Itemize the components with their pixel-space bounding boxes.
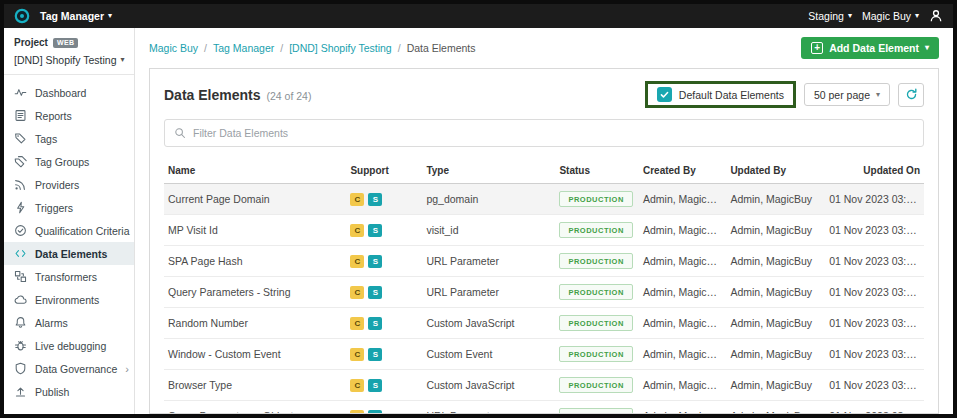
data-governance-icon <box>14 362 27 375</box>
cell-support: CS <box>346 277 422 308</box>
page-title: Data Elements (24 of 24) <box>164 87 311 103</box>
filter-search-box <box>164 119 924 147</box>
cell-type: URL Parameter <box>422 246 555 277</box>
chevron-down-icon: ▾ <box>876 91 880 99</box>
sidebar-item-providers[interactable]: Providers <box>4 173 134 196</box>
sidebar-item-label: Tags <box>35 133 57 145</box>
sidebar-item-label: Reports <box>35 110 72 122</box>
project-type-badge: WEB <box>53 38 79 48</box>
cell-created-by: Admin, MagicBuy <box>639 339 726 370</box>
table-header-row: NameSupportTypeStatusCreated ByUpdated B… <box>164 159 924 184</box>
sidebar-item-data-governance[interactable]: Data Governance› <box>4 357 134 380</box>
tag-groups-icon <box>14 155 27 168</box>
sidebar-item-label: Alarms <box>35 317 68 329</box>
table-row[interactable]: MP Visit Id CS visit_id PRODUCTION Admin… <box>164 215 924 246</box>
sidebar-nav: DashboardReportsTagsTag GroupsProvidersT… <box>4 75 134 403</box>
sidebar-item-dashboard[interactable]: Dashboard <box>4 81 134 104</box>
user-profile-icon[interactable] <box>929 9 943 23</box>
cell-updated-by: Admin, MagicBuy <box>726 308 825 339</box>
status-badge: PRODUCTION <box>559 346 632 362</box>
sidebar-item-label: Live debugging <box>35 340 106 352</box>
cell-updated-on: 01 Nov 2023 03:11 AM <box>825 339 924 370</box>
sidebar-item-live-debugging[interactable]: Live debugging <box>4 334 134 357</box>
sidebar-item-reports[interactable]: Reports <box>4 104 134 127</box>
cell-updated-by: Admin, MagicBuy <box>726 246 825 277</box>
client-support-badge: C <box>350 255 364 268</box>
account-selector[interactable]: Magic Buy ▾ <box>862 10 919 22</box>
dashboard-icon <box>14 86 27 99</box>
server-support-badge: S <box>368 410 382 414</box>
column-header-name: Name <box>164 159 346 184</box>
cell-updated-by: Admin, MagicBuy <box>726 370 825 401</box>
column-header-created-by: Created By <box>639 159 726 184</box>
table-row[interactable]: SPA Page Hash CS URL Parameter PRODUCTIO… <box>164 246 924 277</box>
sidebar-item-qualification-criteria[interactable]: Qualification Criteria <box>4 219 134 242</box>
app-menu-button[interactable]: Tag Manager ▾ <box>40 10 112 22</box>
per-page-select[interactable]: 50 per page ▾ <box>804 83 890 106</box>
environments-icon <box>14 293 27 306</box>
breadcrumb-item-data-elements: Data Elements <box>407 42 476 54</box>
column-header-type: Type <box>422 159 555 184</box>
cell-updated-by: Admin, MagicBuy <box>726 339 825 370</box>
record-count: (24 of 24) <box>266 90 311 102</box>
app-window: Tag Manager ▾ Staging ▾ Magic Buy ▾ Proj… <box>0 0 957 418</box>
project-selector[interactable]: [DND] Shopify Testing ▾ <box>14 54 124 66</box>
cell-created-by: Admin, MagicBuy <box>639 246 726 277</box>
cell-updated-by: Admin, MagicBuy <box>726 184 825 215</box>
sidebar-item-data-elements[interactable]: Data Elements <box>4 242 134 265</box>
default-data-elements-label: Default Data Elements <box>679 89 784 101</box>
cell-updated-by: Admin, MagicBuy <box>726 401 825 415</box>
project-block: Project WEB [DND] Shopify Testing ▾ <box>4 28 134 75</box>
qualification-criteria-icon <box>14 224 27 237</box>
table-row[interactable]: Current Page Domain CS pg_domain PRODUCT… <box>164 184 924 215</box>
breadcrumb-item-magic-buy[interactable]: Magic Buy <box>149 42 198 54</box>
cell-status: PRODUCTION <box>555 370 639 401</box>
table-row[interactable]: Query Parameters - String CS URL Paramet… <box>164 277 924 308</box>
sidebar-item-label: Transformers <box>35 271 97 283</box>
sidebar-item-publish[interactable]: Publish <box>4 380 134 403</box>
status-badge: PRODUCTION <box>559 222 632 238</box>
sidebar-item-label: Qualification Criteria <box>35 225 130 237</box>
cell-status: PRODUCTION <box>555 184 639 215</box>
default-data-elements-checkbox[interactable] <box>657 87 672 102</box>
sidebar-item-transformers[interactable]: Transformers <box>4 265 134 288</box>
status-badge: PRODUCTION <box>559 408 632 414</box>
add-data-element-button[interactable]: + Add Data Element ▾ <box>801 37 939 59</box>
breadcrumb-separator: / <box>280 42 283 54</box>
sidebar-item-tag-groups[interactable]: Tag Groups <box>4 150 134 173</box>
server-support-badge: S <box>368 224 382 237</box>
cell-created-by: Admin, MagicBuy <box>639 401 726 415</box>
client-support-badge: C <box>350 224 364 237</box>
table-row[interactable]: Query Parameters - Object CS URL Paramet… <box>164 401 924 415</box>
client-support-badge: C <box>350 410 364 414</box>
sidebar-item-triggers[interactable]: Triggers <box>4 196 134 219</box>
table-row[interactable]: Random Number CS Custom JavaScript PRODU… <box>164 308 924 339</box>
cell-type: Custom JavaScript <box>422 370 555 401</box>
cell-name: SPA Page Hash <box>164 246 346 277</box>
main-content: Magic Buy/Tag Manager/[DND] Shopify Test… <box>135 28 953 414</box>
cell-updated-on: 01 Nov 2023 03:11 AM <box>825 370 924 401</box>
refresh-button[interactable] <box>898 83 924 107</box>
sidebar-item-label: Dashboard <box>35 87 86 99</box>
cell-support: CS <box>346 339 422 370</box>
filter-search-input[interactable] <box>193 127 914 139</box>
sidebar-item-label: Data Elements <box>35 248 107 260</box>
breadcrumb-item-tag-manager[interactable]: Tag Manager <box>213 42 274 54</box>
providers-icon <box>14 178 27 191</box>
cell-type: visit_id <box>422 215 555 246</box>
table-row[interactable]: Window - Custom Event CS Custom Event PR… <box>164 339 924 370</box>
breadcrumb-item-dnd-shopify-testing[interactable]: [DND] Shopify Testing <box>289 42 392 54</box>
environment-selector[interactable]: Staging ▾ <box>808 10 852 22</box>
sidebar-item-alarms[interactable]: Alarms <box>4 311 134 334</box>
cell-status: PRODUCTION <box>555 277 639 308</box>
cell-updated-by: Admin, MagicBuy <box>726 277 825 308</box>
status-badge: PRODUCTION <box>559 377 632 393</box>
column-header-updated-on: Updated On <box>825 159 924 184</box>
cell-type: URL Parameter <box>422 277 555 308</box>
cell-updated-on: 01 Nov 2023 03:11 AM <box>825 308 924 339</box>
sidebar-item-tags[interactable]: Tags <box>4 127 134 150</box>
table-row[interactable]: Browser Type CS Custom JavaScript PRODUC… <box>164 370 924 401</box>
server-support-badge: S <box>368 193 382 206</box>
cell-name: MP Visit Id <box>164 215 346 246</box>
sidebar-item-environments[interactable]: Environments <box>4 288 134 311</box>
